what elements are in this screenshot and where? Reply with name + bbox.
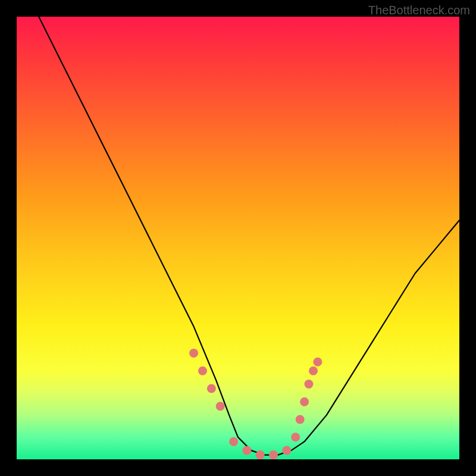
gradient-background (17, 17, 459, 459)
watermark-label: TheBottleneck.com (368, 4, 470, 17)
plot-area (17, 17, 459, 459)
